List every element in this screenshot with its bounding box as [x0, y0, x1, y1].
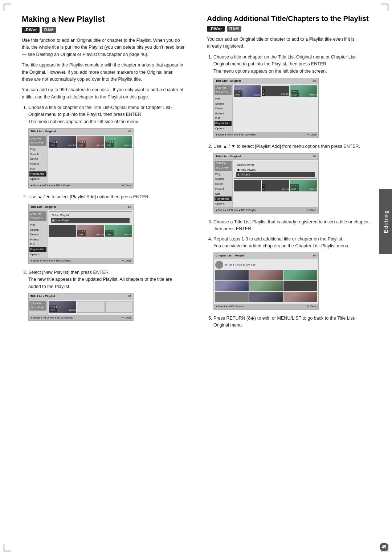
- right-step-4-sub: You can view the added chapters on the C…: [213, 243, 350, 248]
- right-screen-2: Title List - Original 2/3 DVD-RW 29 2M F…: [213, 153, 319, 214]
- left-step-1-text: Choose a title or chapter on the Title L…: [28, 105, 172, 117]
- left-screen-3-main: TITLE 117/02 0:02:03: [48, 300, 133, 315]
- thumb-ls1-3-time: 0:05:30: [124, 144, 132, 147]
- sidebar-item-delete-rs1: Delete: [215, 106, 232, 111]
- right-screen-2-page: 2/3: [313, 154, 317, 159]
- left-screen-2-sidebar: DVD-RW 29 2M Free Play Search Delete Pro…: [29, 210, 48, 258]
- right-step-1-text: Choose a title or chapter on the Title L…: [213, 54, 357, 66]
- thumb-rs1-1: TITLE 117/02 0:02:03: [234, 85, 261, 97]
- thumb-ls2-3-time: 0:05:30: [124, 233, 132, 236]
- right-screen-3-title-info: TITLE 1 17/02 1x 2M 339: [215, 261, 317, 269]
- left-screen-3-footer-right: P• Close: [122, 316, 131, 320]
- popup-select-playlist-ls2: Select Playlist: [51, 213, 130, 218]
- left-step-3-sub: The new title appears in the updated Pla…: [28, 277, 172, 289]
- thumb-ls1-1-time: 0:02:03: [68, 144, 75, 147]
- thumb-ls2-2-time: 0:01:29: [97, 233, 104, 236]
- thumb-rs1-3: TITLE 317/02 0:05:30: [290, 85, 317, 97]
- thumb-ls1-3: TITLE 317/02 0:05:30: [105, 136, 132, 148]
- left-screen-2-footer-left: ● Enter ● INFO Info ● TITLE Playlist: [30, 259, 72, 263]
- sidebar-item-play-ls1: Play: [29, 147, 46, 152]
- sidebar-item-options-ls1: Options: [29, 177, 46, 182]
- sidebar-item-play-rs2: Play: [215, 172, 232, 177]
- right-step-4-text: Repeat steps 1-3 to add additional title…: [213, 236, 343, 242]
- left-screen-3-sidebar: DVD-RW 29 2M Free: [29, 300, 48, 315]
- popup-title1-rs2: ▲ TITLE 1: [236, 172, 315, 177]
- chapter-title-info: TITLE 1 17/02 1x 2M 339: [225, 263, 256, 267]
- thumb-ls1-3-label: TITLE 317/02: [105, 141, 114, 147]
- page-number: 45: [380, 543, 388, 551]
- badge-rwvr-left: -RWvr: [22, 27, 40, 33]
- right-screen-2-dvd-info: DVD-RW 29 2M Free: [215, 161, 232, 171]
- right-screen-1-body: DVD-RW 29 2M Free Play Search Delete Pro…: [214, 84, 318, 132]
- left-screen-3-page: 1/1: [127, 294, 131, 299]
- sidebar-item-playlistadd-rs1: Playlist Add: [215, 121, 232, 126]
- right-step-1-sub: The menu options appears on the left sid…: [213, 69, 327, 74]
- chapter-thumb-1: [215, 270, 249, 280]
- sidebar-item-protect-ls2: Protect: [29, 237, 46, 242]
- right-screen-2-footer-left: ● Enter ● INFO Info ● TITLE Playlist: [216, 208, 257, 212]
- sidebar-item-delete-ls2: Delete: [29, 232, 46, 237]
- right-screen-2-body: DVD-RW 29 2M Free Play Search Delete Pro…: [214, 160, 318, 207]
- right-screen-2-footer-right: P• Close: [307, 208, 317, 212]
- right-screen-2-footer: ● Enter ● INFO Info ● TITLE Playlist P• …: [214, 207, 318, 213]
- left-screen-2-header: Title List - Original 1/3: [29, 204, 133, 210]
- left-screen-2-dvd-type: DVD-RW: [30, 212, 45, 216]
- sidebar-item-protect-rs1: Protect: [215, 111, 232, 116]
- sidebar-item-search-rs1: Search: [215, 101, 232, 106]
- left-screen-2-footer: ● Enter ● INFO Info ● TITLE Playlist P• …: [29, 258, 133, 264]
- thumb-rs1-2-label: 23/: [262, 89, 265, 96]
- right-screen-2-main: Select Playlist ▣ New Playlist ▲ TITLE 1…: [233, 160, 318, 207]
- left-screen-1-page: 1/3: [127, 129, 131, 134]
- left-step-3-text: Select [New Playlist] then press ENTER.: [28, 270, 110, 275]
- thumb-rs1-1-label: TITLE 117/02: [234, 90, 242, 97]
- left-step-1-sub: The menu options appears on the left sid…: [28, 119, 139, 124]
- corner-mark-bl: [4, 544, 11, 551]
- right-screen-1-footer-left: ● Enter ● INFO Info ● TITLE Playlist: [216, 133, 257, 137]
- left-step-1: Choose a title or chapter on the Title L…: [28, 104, 185, 189]
- left-screen-2-popup: Select Playlist ▣ New Playlist: [49, 211, 132, 224]
- thumb-rs2-3-label: TITLE 317/02: [290, 184, 299, 191]
- right-steps: Choose a title or chapter on the Title L…: [207, 54, 370, 329]
- left-screen-3-footer: ● Select ● INFO Info ● TITLE Original P•…: [29, 315, 133, 321]
- left-screen-2-page: 1/3: [127, 205, 131, 209]
- right-screen-3-title: Chapter List - Playlist: [216, 254, 245, 258]
- left-screen-3-dvd-type: DVD-RW: [30, 302, 45, 306]
- right-step-5: Press RETURN (δ◉) to exit, or MENU/LIST …: [213, 315, 370, 329]
- right-screen-1-sidebar: DVD-RW 29 2M Free Play Search Delete Pro…: [214, 84, 233, 132]
- right-section-title: Adding Additional Title/Chapters to the …: [207, 15, 370, 23]
- left-screen-1-disk-info: 29 2M Free: [30, 141, 45, 145]
- right-screen-2-popup: Select Playlist ▣ New Playlist ▲ TITLE 1: [234, 161, 317, 179]
- corner-mark-tr: [381, 4, 388, 11]
- editing-side-tab: Editing: [379, 189, 392, 254]
- left-screen-1: Title List - Original 1/3 DVD-RW 29 2M F…: [28, 128, 134, 189]
- sidebar-item-delete-rs2: Delete: [215, 182, 232, 187]
- sidebar-item-playlistadd-ls2: Playlist Add: [29, 247, 46, 252]
- thumb-ls1-1-label: TITLE 117/02: [49, 141, 57, 147]
- chapter-thumb-2: [249, 270, 283, 280]
- right-step-4: Repeat steps 1-3 to add additional title…: [213, 236, 370, 310]
- left-screen-1-footer-right: P• Close: [122, 184, 131, 188]
- left-screen-3-dvd-info: DVD-RW 29 2M Free: [29, 301, 46, 311]
- popup-new-playlist-ls2: ▣ New Playlist: [51, 218, 130, 223]
- right-screen-3-body: TITLE 1 17/02 1x 2M 339: [214, 259, 318, 304]
- right-badge-row: -RWvr RAM: [207, 26, 370, 32]
- right-step-1: Choose a title or chapter on the Title L…: [213, 54, 370, 138]
- thumb-rs1-2: 23/ 0:01:29: [261, 85, 290, 97]
- left-steps: Choose a title or chapter on the Title L…: [22, 104, 185, 321]
- left-para-1: Use this function to add an Original tit…: [22, 37, 185, 58]
- badge-ram-right: RAM: [227, 26, 242, 32]
- left-screen-1-title: Title List - Original: [30, 129, 56, 134]
- thumb-rs2-3: TITLE 317/02 0:05:30: [290, 180, 317, 191]
- right-step-2-text: Use ▲ / ▼ to select [Playlist Add] from …: [213, 144, 360, 149]
- left-column: Making a New Playlist -RWvr RAM Use this…: [22, 15, 189, 538]
- thumb-rs1-3-label: TITLE 317/02: [291, 90, 299, 97]
- thumb-ls3-1: TITLE 117/02 0:02:03: [49, 301, 76, 313]
- right-screen-1-title: Title List - Original: [216, 79, 241, 83]
- corner-mark-tl: [4, 4, 11, 11]
- sidebar-item-search-rs2: Search: [215, 177, 232, 182]
- chapter-thumb-9: [283, 292, 317, 302]
- right-screen-1-main: TITLE 117/02 0:02:03 23/ 0:01:29 TITLE 3…: [233, 84, 318, 132]
- sidebar-item-play-ls2: Play: [29, 222, 46, 227]
- sidebar-item-search-ls1: Search: [29, 152, 46, 157]
- thumb-rs1-1-time: 0:02:03: [253, 93, 260, 97]
